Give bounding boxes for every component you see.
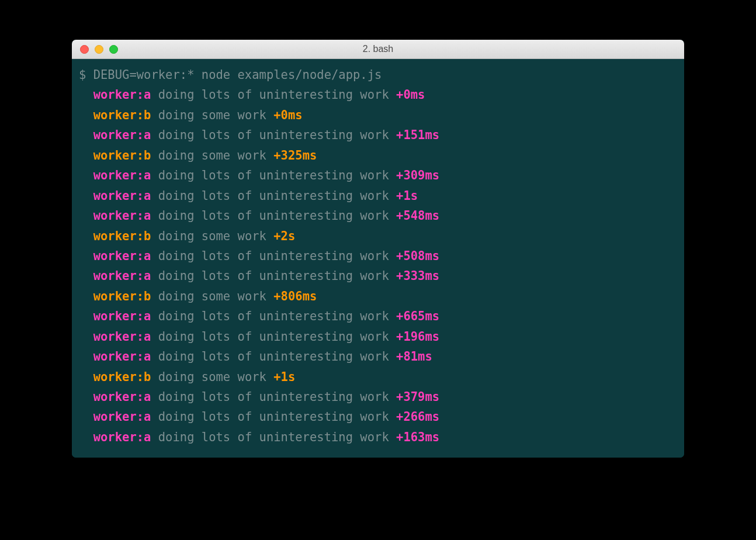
indent xyxy=(79,209,93,223)
close-icon[interactable] xyxy=(80,45,89,54)
namespace-a: worker:a xyxy=(93,269,151,283)
namespace-a: worker:a xyxy=(93,330,151,344)
elapsed-time: +151ms xyxy=(396,128,439,142)
log-line: worker:a doing lots of uninteresting wor… xyxy=(79,85,677,105)
namespace-a: worker:a xyxy=(93,349,151,364)
terminal-body[interactable]: $ DEBUG=worker:* node examples/node/app.… xyxy=(72,59,684,458)
indent xyxy=(79,370,93,384)
log-message: doing lots of uninteresting work xyxy=(151,249,396,263)
namespace-a: worker:a xyxy=(93,430,151,444)
log-line: worker:a doing lots of uninteresting wor… xyxy=(79,427,677,447)
namespace-a: worker:a xyxy=(93,128,151,142)
log-message: doing lots of uninteresting work xyxy=(151,168,396,182)
log-line: worker:b doing some work +2s xyxy=(79,226,677,246)
log-message: doing some work xyxy=(151,229,273,243)
elapsed-time: +2s xyxy=(273,229,295,243)
log-line: worker:b doing some work +1s xyxy=(79,367,677,387)
indent xyxy=(79,168,93,182)
log-line: worker:b doing some work +325ms xyxy=(79,146,677,165)
log-message: doing lots of uninteresting work xyxy=(151,269,396,283)
elapsed-time: +508ms xyxy=(396,249,439,263)
namespace-a: worker:a xyxy=(93,209,151,223)
namespace-a: worker:a xyxy=(93,410,151,424)
namespace-b: worker:b xyxy=(93,108,151,122)
namespace-a: worker:a xyxy=(93,309,151,323)
elapsed-time: +1s xyxy=(273,370,295,384)
indent xyxy=(79,410,93,424)
namespace-a: worker:a xyxy=(93,88,151,102)
elapsed-time: +333ms xyxy=(396,269,439,283)
log-line: worker:a doing lots of uninteresting wor… xyxy=(79,186,677,206)
indent xyxy=(79,128,93,142)
log-output: worker:a doing lots of uninteresting wor… xyxy=(79,85,677,447)
indent xyxy=(79,330,93,344)
namespace-a: worker:a xyxy=(93,249,151,263)
indent xyxy=(79,390,93,404)
log-line: worker:a doing lots of uninteresting wor… xyxy=(79,125,677,145)
titlebar: 2. bash xyxy=(72,40,684,59)
indent xyxy=(79,289,93,303)
log-message: doing lots of uninteresting work xyxy=(151,309,396,323)
zoom-icon[interactable] xyxy=(109,45,118,54)
indent xyxy=(79,189,93,203)
log-line: worker:a doing lots of uninteresting wor… xyxy=(79,407,677,427)
log-message: doing lots of uninteresting work xyxy=(151,390,396,404)
log-line: worker:a doing lots of uninteresting wor… xyxy=(79,266,677,286)
namespace-a: worker:a xyxy=(93,168,151,182)
log-message: doing some work xyxy=(151,148,273,162)
command-line: $ DEBUG=worker:* node examples/node/app.… xyxy=(79,65,677,85)
elapsed-time: +266ms xyxy=(396,410,439,424)
indent xyxy=(79,269,93,283)
log-message: doing lots of uninteresting work xyxy=(151,349,396,364)
traffic-lights xyxy=(72,45,118,54)
elapsed-time: +0ms xyxy=(396,88,425,102)
indent xyxy=(79,229,93,243)
log-message: doing lots of uninteresting work xyxy=(151,330,396,344)
log-message: doing lots of uninteresting work xyxy=(151,209,396,223)
log-message: doing lots of uninteresting work xyxy=(151,430,396,444)
elapsed-time: +665ms xyxy=(396,309,439,323)
log-line: worker:a doing lots of uninteresting wor… xyxy=(79,246,677,266)
elapsed-time: +81ms xyxy=(396,349,432,364)
log-line: worker:a doing lots of uninteresting wor… xyxy=(79,387,677,407)
log-line: worker:a doing lots of uninteresting wor… xyxy=(79,206,677,226)
elapsed-time: +0ms xyxy=(273,108,302,122)
log-line: worker:b doing some work +0ms xyxy=(79,105,677,125)
log-line: worker:a doing lots of uninteresting wor… xyxy=(79,165,677,185)
elapsed-time: +1s xyxy=(396,189,418,203)
elapsed-time: +163ms xyxy=(396,430,439,444)
log-message: doing some work xyxy=(151,108,273,122)
log-line: worker:a doing lots of uninteresting wor… xyxy=(79,327,677,347)
log-message: doing lots of uninteresting work xyxy=(151,88,396,102)
namespace-b: worker:b xyxy=(93,289,151,303)
indent xyxy=(79,249,93,263)
indent xyxy=(79,430,93,444)
elapsed-time: +196ms xyxy=(396,330,439,344)
indent xyxy=(79,148,93,162)
log-message: doing some work xyxy=(151,289,273,303)
minimize-icon[interactable] xyxy=(95,45,103,54)
indent xyxy=(79,88,93,102)
namespace-b: worker:b xyxy=(93,229,151,243)
command-text: DEBUG=worker:* node examples/node/app.js xyxy=(93,68,382,82)
log-message: doing lots of uninteresting work xyxy=(151,410,396,424)
indent xyxy=(79,309,93,323)
elapsed-time: +325ms xyxy=(273,148,317,162)
namespace-b: worker:b xyxy=(93,148,151,162)
indent xyxy=(79,108,93,122)
log-message: doing some work xyxy=(151,370,273,384)
log-line: worker:a doing lots of uninteresting wor… xyxy=(79,306,677,326)
window-title: 2. bash xyxy=(72,44,684,54)
namespace-b: worker:b xyxy=(93,370,151,384)
elapsed-time: +548ms xyxy=(396,209,439,223)
log-line: worker:b doing some work +806ms xyxy=(79,286,677,306)
log-line: worker:a doing lots of uninteresting wor… xyxy=(79,347,677,366)
namespace-a: worker:a xyxy=(93,390,151,404)
elapsed-time: +379ms xyxy=(396,390,439,404)
elapsed-time: +309ms xyxy=(396,168,439,182)
prompt: $ xyxy=(79,68,93,82)
log-message: doing lots of uninteresting work xyxy=(151,128,396,142)
log-message: doing lots of uninteresting work xyxy=(151,189,396,203)
namespace-a: worker:a xyxy=(93,189,151,203)
indent xyxy=(79,349,93,364)
